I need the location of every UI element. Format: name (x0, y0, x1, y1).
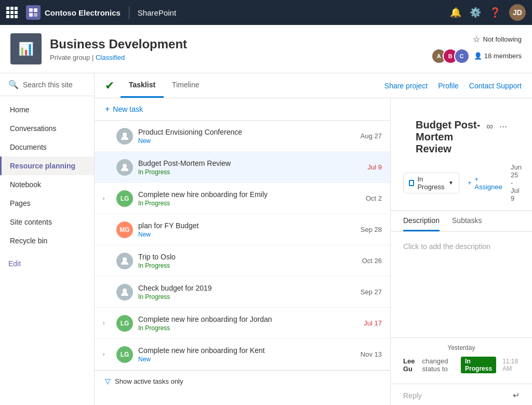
activity-item: Lee Gu changed status to In Progress 11:… (403, 357, 520, 373)
share-project-link[interactable]: Share project (384, 82, 428, 90)
task-info: plan for FY Budget New (138, 221, 355, 238)
task-info: Budget Post-Mortem Review In Progress (138, 159, 363, 176)
search-input[interactable]: 🔍 Search this site (0, 73, 94, 96)
task-item[interactable]: › LG Complete new hire onboarding for Em… (95, 183, 390, 214)
task-expand: › (103, 351, 111, 357)
tab-tasklist[interactable]: Tasklist (121, 73, 164, 98)
svg-point-5 (123, 164, 127, 168)
task-info: Complete new hire onboarding for Kent Ne… (138, 346, 355, 363)
task-avatar: LG (116, 346, 133, 363)
site-header-right: ☆ Not following A B C 👤 18 members (431, 34, 522, 64)
sidebar-item-pages[interactable]: Pages (0, 194, 94, 213)
platform-name: SharePoint (138, 8, 176, 17)
task-info: Complete new hire onboarding for Emily I… (138, 190, 361, 207)
task-item[interactable]: MG plan for FY Budget New Sep 28 (95, 214, 390, 245)
date-range: Jun 25 - Jul 9 (511, 163, 522, 202)
task-avatar: MG (116, 221, 133, 238)
follow-label: Not following (483, 35, 522, 43)
detail-tab-subtasks[interactable]: Subtasks (452, 211, 482, 231)
task-list: + New task Product Envisioning Conferenc… (95, 98, 391, 405)
reply-input[interactable]: Reply (403, 391, 513, 400)
task-expand: › (103, 195, 111, 201)
tabs-right: Share project Profile Contact Support (384, 82, 522, 90)
task-status: In Progress (138, 293, 355, 301)
member-avatar-3: C (454, 48, 470, 64)
sidebar-item-home[interactable]: Home (0, 100, 94, 119)
edit-link[interactable]: Edit (0, 254, 94, 273)
classified-link[interactable]: Classified (96, 54, 125, 61)
waffle-menu[interactable] (6, 7, 18, 18)
task-avatar (116, 159, 133, 176)
task-date: Oct 26 (362, 257, 382, 265)
app-logo[interactable]: Contoso Electronics (26, 5, 121, 20)
task-item[interactable]: › LG Complete new hire onboarding for Jo… (95, 308, 390, 339)
task-description[interactable]: Click to add the description (391, 232, 532, 337)
task-date: Aug 27 (361, 132, 382, 140)
task-date: Nov 13 (361, 350, 382, 358)
plus-icon: + (105, 104, 110, 114)
task-detail-header: Budget Post-Mortem Review ∞ ··· (391, 98, 532, 155)
search-label: Search this site (23, 81, 73, 89)
status-badge[interactable]: In Progress ▼ (403, 173, 459, 193)
svg-rect-2 (29, 13, 33, 17)
task-info: Product Envisioning Conference New (138, 128, 355, 145)
members-count-label: 18 members (484, 52, 522, 60)
sidebar-item-recycle-bin[interactable]: Recycle bin (0, 231, 94, 250)
logo-icon (26, 5, 41, 20)
task-avatar: LG (116, 190, 133, 207)
profile-link[interactable]: Profile (438, 82, 459, 90)
task-info: Trip to Oslo In Progress (138, 253, 357, 269)
task-date: Jul 17 (364, 319, 382, 327)
user-avatar[interactable]: JD (509, 4, 526, 21)
help-icon[interactable]: ❓ (489, 7, 501, 18)
members-count[interactable]: 👤 18 members (474, 52, 522, 60)
task-title: Check budget for 2019 (138, 284, 355, 292)
task-item[interactable]: Trip to Oslo In Progress Oct 26 (95, 245, 390, 277)
svg-rect-1 (34, 8, 37, 12)
svg-point-7 (123, 289, 127, 293)
svg-point-6 (123, 257, 127, 262)
status-change-badge: In Progress (461, 357, 496, 373)
task-title: Complete new hire onboarding for Kent (138, 346, 355, 355)
nav-icons: 🔔 ⚙️ ❓ JD (450, 4, 526, 21)
task-item[interactable]: › LG Complete new hire onboarding for Ke… (95, 339, 390, 370)
task-item[interactable]: Check budget for 2019 In Progress Sep 27 (95, 277, 390, 308)
sidebar-item-conversations[interactable]: Conversations (0, 119, 94, 138)
sidebar-item-notebook[interactable]: Notebook (0, 175, 94, 194)
task-detail-title: Budget Post-Mortem Review (416, 119, 486, 155)
link-icon[interactable]: ∞ (486, 121, 493, 132)
show-active-tasks-bar[interactable]: ▽ Show active tasks only (95, 370, 390, 391)
settings-icon[interactable]: ⚙️ (470, 7, 481, 18)
member-avatars: A B C (431, 48, 470, 64)
sidebar-item-documents[interactable]: Documents (0, 138, 94, 156)
detail-tab-description[interactable]: Description (403, 211, 440, 231)
task-item[interactable]: Product Envisioning Conference New Aug 2… (95, 121, 390, 152)
description-placeholder[interactable]: Click to add the description (403, 242, 520, 251)
sidebar-item-resource-planning[interactable]: Resource planning (0, 156, 94, 175)
task-item[interactable]: Budget Post-Mortem Review In Progress Ju… (95, 152, 390, 183)
tab-timeline[interactable]: Timeline (164, 73, 207, 98)
task-title: Complete new hire onboarding for Emily (138, 190, 361, 199)
main-content: ✔ Tasklist Timeline Share project Profil… (95, 73, 532, 405)
task-info: Check budget for 2019 In Progress (138, 284, 355, 301)
task-status: New (138, 231, 355, 238)
follow-button[interactable]: ☆ Not following (473, 34, 522, 44)
task-status: In Progress (138, 262, 357, 269)
more-options-icon[interactable]: ··· (499, 121, 507, 132)
task-title: Trip to Oslo (138, 253, 357, 261)
assignee-button[interactable]: + + Assignee (468, 175, 502, 191)
sidebar-item-site-contents[interactable]: Site contents (0, 213, 94, 231)
tabs-left: ✔ Tasklist Timeline (105, 73, 208, 98)
filter-icon: ▽ (105, 377, 111, 385)
assignee-label: + Assignee (475, 175, 502, 191)
plus-icon: + (468, 179, 472, 187)
sidebar: 🔍 Search this site Home Conversations Do… (0, 73, 95, 405)
reply-send-icon[interactable]: ↵ (513, 390, 520, 400)
notification-icon[interactable]: 🔔 (450, 7, 461, 18)
contact-support-link[interactable]: Contact Support (469, 82, 522, 90)
members-icon: 👤 (474, 52, 482, 60)
site-logo-icon: 📊 (18, 42, 34, 56)
task-meta: In Progress ▼ + + Assignee Jun 25 - Jul … (391, 155, 532, 211)
new-task-button[interactable]: + New task (95, 98, 390, 121)
task-status: In Progress (138, 324, 358, 332)
